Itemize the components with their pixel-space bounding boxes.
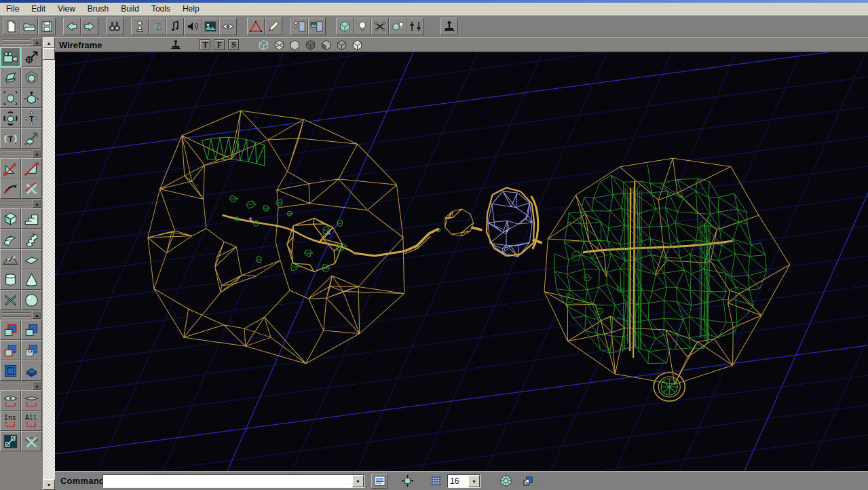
render-mode-texture-usage[interactable] [288,39,302,52]
toolbox-section-header-2: ▲ [0,199,43,208]
drag-grid-button[interactable] [400,474,415,489]
command-dropdown-button[interactable]: ▼ [352,475,364,487]
render-mode-wireframe[interactable] [257,39,271,52]
csg-intersect-button[interactable] [0,340,21,360]
letter-button-t[interactable]: T [200,39,210,50]
cylinder-brush-tool[interactable] [0,269,21,290]
grid-size-dropdown-button[interactable]: ▼ [468,475,480,487]
render-mode-dynamic-light[interactable] [350,39,364,52]
actor-move-tool[interactable] [21,47,42,67]
terrain-brush-tool[interactable] [0,249,21,269]
clip-marker-tool[interactable] [0,158,21,178]
build-geometry-button[interactable] [336,18,354,35]
search-actors-button[interactable] [106,18,124,35]
csg-add-button[interactable] [0,320,21,340]
toolbox-scroll-thumb[interactable] [43,48,55,60]
sheet-brush-tool[interactable] [21,249,42,269]
command-input[interactable] [103,475,352,487]
brush-snap-tool[interactable] [21,128,42,149]
render-mode-zone-portal[interactable] [272,39,286,52]
texture-pan-tool[interactable]: T [21,108,42,128]
section-collapse-button[interactable]: ▲ [33,200,41,208]
letter-button-s[interactable]: S [228,39,239,50]
brush-shear-tool[interactable] [0,67,21,88]
camera-icon [3,50,18,65]
play-map-button[interactable] [440,18,458,35]
menu-item-build[interactable]: Build [115,3,145,15]
letter-button-f[interactable]: F [214,39,225,50]
sound-browser-button[interactable] [184,18,202,35]
rotation-grid-button[interactable] [498,474,513,489]
grid-toggle-button[interactable] [428,474,443,489]
group-browser-button[interactable]: G [149,18,166,35]
csg-subtract-button[interactable] [21,320,42,340]
clip-marker-2-tool[interactable] [21,158,42,178]
brush-stretch-tool[interactable] [21,88,42,108]
vertex-editing-tool[interactable] [0,88,21,108]
clip-flip-tool[interactable] [0,178,21,199]
sphere-brush-tool[interactable] [21,290,42,310]
build-options-button[interactable] [407,18,424,35]
new-map-button[interactable] [3,18,20,35]
curved-staircase-tool[interactable] [0,229,21,249]
clip-delete-tool[interactable] [21,178,42,199]
toolbox-scroll-down-button[interactable]: ▼ [43,479,55,490]
render-mode-lighting[interactable] [335,39,349,52]
csg-int-icon [3,343,18,358]
menu-item-file[interactable]: File [0,3,25,15]
linear-staircase-tool[interactable] [21,208,42,229]
hide-actors-button[interactable] [21,431,42,451]
add-special-brush-button[interactable] [0,360,21,381]
csg-deintersect-button[interactable] [21,340,42,360]
brush-rotate-tool[interactable] [0,108,21,128]
menu-item-edit[interactable]: Edit [25,3,52,15]
build-all-button[interactable] [389,18,407,35]
save-map-button[interactable] [38,18,56,35]
log-window-button[interactable] [371,474,388,489]
terrain-editor-button[interactable] [265,18,282,35]
undo-button[interactable] [63,18,81,35]
redo-button[interactable] [81,18,98,35]
viewport-3d[interactable] [55,52,868,471]
add-movable-brush-button[interactable] [21,360,42,381]
show-all-actors-button[interactable]: All [21,411,42,431]
toolbox-scroll-up-button[interactable]: ▲ [43,37,55,48]
2d-shape-window-button[interactable] [0,431,21,451]
hide-selected-actors-button[interactable] [21,390,42,411]
section-collapse-button[interactable]: ▲ [33,38,41,46]
music-browser-button[interactable] [166,18,184,35]
menu-item-view[interactable]: View [52,3,81,15]
build-paths-button[interactable] [371,18,389,35]
open-map-button[interactable] [20,18,38,35]
spiral-staircase-tool[interactable] [21,229,42,249]
shear-icon [3,70,18,86]
actor-properties-button[interactable] [290,18,308,35]
section-collapse-button[interactable]: ▲ [33,381,41,390]
show-selected-actors-button[interactable] [0,390,21,411]
cube-brush-tool[interactable] [0,208,21,229]
menu-item-help[interactable]: Help [176,3,206,15]
surface-properties-button[interactable] [308,18,326,35]
build-lighting-button[interactable] [354,18,371,35]
texture-browser-button[interactable] [202,18,219,35]
invert-selection-button[interactable]: Ins [0,411,21,431]
mesh-browser-button[interactable] [219,18,237,35]
menu-item-brush[interactable]: Brush [81,3,115,15]
section-collapse-button[interactable]: ▲ [33,149,41,157]
camera-movement-tool[interactable] [0,47,21,67]
toolbox-section-2 [0,208,43,310]
joystick-icon[interactable] [170,39,182,51]
open-folder-icon [22,20,36,33]
2d-shape-editor-button[interactable] [247,18,265,35]
volumetric-brush-tool[interactable] [0,290,21,310]
maximize-viewport-button[interactable] [520,474,535,489]
section-collapse-button[interactable]: ▲ [33,311,41,319]
render-mode-bsp-cuts[interactable] [303,39,318,52]
menu-item-tools[interactable]: Tools [145,3,176,15]
brush-scale-tool[interactable] [21,67,42,88]
render-mode-textured[interactable] [319,39,333,52]
actor-class-browser-button[interactable] [131,18,149,35]
toolbox-scroll-track[interactable] [43,60,55,479]
cone-brush-tool[interactable] [21,269,42,290]
texture-rotate-tool[interactable]: T [0,128,21,149]
